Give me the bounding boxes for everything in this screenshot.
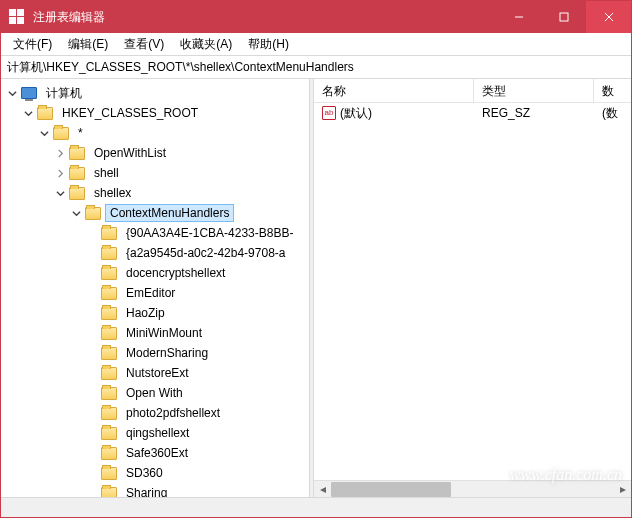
addressbar[interactable]: 计算机\HKEY_CLASSES_ROOT\*\shellex\ContextM…: [1, 56, 631, 79]
folder-icon: [101, 227, 117, 240]
tree-pane[interactable]: 计算机 HKEY_CLASSES_ROOT * OpenWithList: [1, 79, 309, 497]
tree-node-child[interactable]: SD360: [5, 463, 309, 483]
tree-node-star[interactable]: *: [5, 123, 309, 143]
tree-label: EmEditor: [121, 284, 180, 302]
folder-icon: [101, 247, 117, 260]
folder-icon: [101, 467, 117, 480]
folder-icon: [101, 387, 117, 400]
list-body[interactable]: (默认) REG_SZ (数: [314, 103, 631, 480]
statusbar: [1, 497, 631, 517]
tree-node-child[interactable]: HaoZip: [5, 303, 309, 323]
tree-node-hkcr[interactable]: HKEY_CLASSES_ROOT: [5, 103, 309, 123]
folder-icon: [69, 187, 85, 200]
tree-node-child[interactable]: {90AA3A4E-1CBA-4233-B8BB-: [5, 223, 309, 243]
tree-node-shellex[interactable]: shellex: [5, 183, 309, 203]
list-header: 名称 类型 数: [314, 79, 631, 103]
regedit-window: 注册表编辑器 文件(F) 编辑(E) 查看(V) 收藏夹(A) 帮助(H) 计算…: [0, 0, 632, 518]
tree-label: shell: [89, 164, 124, 182]
tree-node-shell[interactable]: shell: [5, 163, 309, 183]
tree-node-openwithlist[interactable]: OpenWithList: [5, 143, 309, 163]
tree-node-child[interactable]: Safe360Ext: [5, 443, 309, 463]
maximize-button[interactable]: [541, 1, 586, 33]
close-button[interactable]: [586, 1, 631, 33]
tree-label: NutstoreExt: [121, 364, 194, 382]
value-name-cell: (默认): [314, 105, 474, 122]
chevron-down-icon[interactable]: [5, 86, 19, 100]
content-area: 计算机 HKEY_CLASSES_ROOT * OpenWithList: [1, 79, 631, 497]
tree-label: *: [73, 124, 88, 142]
app-icon: [9, 9, 25, 25]
folder-icon: [85, 207, 101, 220]
tree-label: MiniWinMount: [121, 324, 207, 342]
tree-label: HaoZip: [121, 304, 170, 322]
folder-icon: [69, 147, 85, 160]
tree-node-child[interactable]: NutstoreExt: [5, 363, 309, 383]
tree-node-child[interactable]: ModernSharing: [5, 343, 309, 363]
chevron-down-icon[interactable]: [53, 186, 67, 200]
menu-help[interactable]: 帮助(H): [240, 34, 297, 55]
folder-icon: [101, 367, 117, 380]
address-text: 计算机\HKEY_CLASSES_ROOT\*\shellex\ContextM…: [7, 59, 354, 76]
tree-node-child[interactable]: Sharing: [5, 483, 309, 497]
tree-label: qingshellext: [121, 424, 194, 442]
tree-label: photo2pdfshellext: [121, 404, 225, 422]
tree-node-contextmenuhandlers[interactable]: ContextMenuHandlers: [5, 203, 309, 223]
tree-label: {90AA3A4E-1CBA-4233-B8BB-: [121, 224, 298, 242]
value-data-cell: (数: [594, 105, 631, 122]
folder-icon: [101, 327, 117, 340]
value-name: (默认): [340, 105, 372, 122]
tree-label: ModernSharing: [121, 344, 213, 362]
chevron-right-icon[interactable]: [53, 166, 67, 180]
registry-tree: 计算机 HKEY_CLASSES_ROOT * OpenWithList: [1, 79, 309, 497]
menu-file[interactable]: 文件(F): [5, 34, 60, 55]
list-row[interactable]: (默认) REG_SZ (数: [314, 103, 631, 123]
tree-label: docencryptshellext: [121, 264, 230, 282]
chevron-down-icon[interactable]: [21, 106, 35, 120]
chevron-right-icon[interactable]: [53, 146, 67, 160]
minimize-button[interactable]: [496, 1, 541, 33]
tree-node-child[interactable]: Open With: [5, 383, 309, 403]
value-type-cell: REG_SZ: [474, 106, 594, 120]
folder-icon: [101, 307, 117, 320]
titlebar[interactable]: 注册表编辑器: [1, 1, 631, 33]
folder-icon: [101, 487, 117, 498]
menu-view[interactable]: 查看(V): [116, 34, 172, 55]
computer-icon: [21, 87, 37, 99]
tree-label: 计算机: [41, 83, 87, 104]
tree-label: ContextMenuHandlers: [105, 204, 234, 222]
tree-node-child[interactable]: EmEditor: [5, 283, 309, 303]
list-horizontal-scrollbar[interactable]: ◂ ▸: [314, 480, 631, 497]
folder-icon: [69, 167, 85, 180]
column-type[interactable]: 类型: [474, 79, 594, 102]
column-data[interactable]: 数: [594, 79, 631, 102]
tree-label: Safe360Ext: [121, 444, 193, 462]
tree-node-child[interactable]: {a2a9545d-a0c2-42b4-9708-a: [5, 243, 309, 263]
tree-label: HKEY_CLASSES_ROOT: [57, 104, 203, 122]
folder-icon: [101, 407, 117, 420]
tree-label: {a2a9545d-a0c2-42b4-9708-a: [121, 244, 290, 262]
folder-icon: [101, 267, 117, 280]
tree-label: Open With: [121, 384, 188, 402]
menu-favorites[interactable]: 收藏夹(A): [172, 34, 240, 55]
tree-label: Sharing: [121, 484, 172, 497]
tree-label: SD360: [121, 464, 168, 482]
string-value-icon: [322, 106, 336, 120]
menubar: 文件(F) 编辑(E) 查看(V) 收藏夹(A) 帮助(H): [1, 33, 631, 56]
chevron-down-icon[interactable]: [37, 126, 51, 140]
folder-icon: [101, 447, 117, 460]
tree-node-child[interactable]: photo2pdfshellext: [5, 403, 309, 423]
list-pane: 名称 类型 数 (默认) REG_SZ (数 ◂ ▸: [314, 79, 631, 497]
tree-node-child[interactable]: qingshellext: [5, 423, 309, 443]
svg-rect-1: [560, 13, 568, 21]
tree-label: OpenWithList: [89, 144, 171, 162]
tree-label: shellex: [89, 184, 136, 202]
column-name[interactable]: 名称: [314, 79, 474, 102]
folder-icon: [101, 287, 117, 300]
tree-node-child[interactable]: MiniWinMount: [5, 323, 309, 343]
tree-node-child[interactable]: docencryptshellext: [5, 263, 309, 283]
folder-icon: [37, 107, 53, 120]
menu-edit[interactable]: 编辑(E): [60, 34, 116, 55]
folder-icon: [53, 127, 69, 140]
chevron-down-icon[interactable]: [69, 206, 83, 220]
tree-node-computer[interactable]: 计算机: [5, 83, 309, 103]
